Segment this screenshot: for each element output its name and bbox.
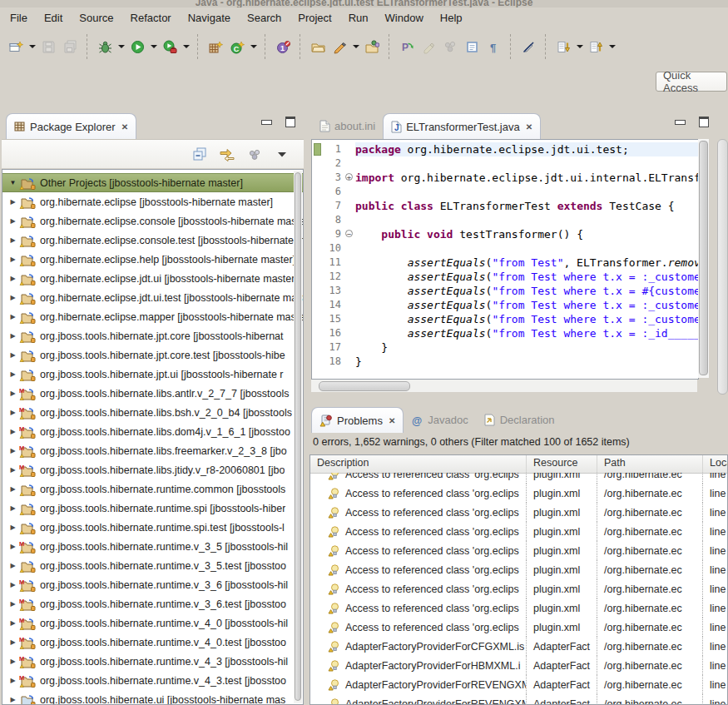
expand-arrow-icon[interactable]: ▶: [8, 370, 17, 378]
problem-row[interactable]: AdapterFactoryProviderForREVENGXMAdapter…: [310, 694, 727, 704]
tree-scrollbar[interactable]: [294, 171, 302, 703]
expand-arrow-icon[interactable]: ▶: [8, 256, 17, 263]
link-with-editor-button[interactable]: [219, 146, 235, 162]
problem-row[interactable]: Access to referenced class 'org.eclipspl…: [310, 473, 727, 484]
view-pulldown-button[interactable]: [274, 146, 290, 162]
code-editor[interactable]: 1package org.hibernate.eclipse.jdt.ui.te…: [311, 139, 699, 380]
code-text[interactable]: }: [355, 355, 698, 369]
expand-arrow-icon[interactable]: ▶: [8, 562, 17, 569]
code-text[interactable]: [355, 213, 698, 227]
minimize-icon[interactable]: [261, 120, 272, 125]
maximize-icon[interactable]: [699, 117, 709, 127]
expand-arrow-icon[interactable]: ▶: [8, 658, 17, 665]
column-path[interactable]: Path: [597, 455, 703, 473]
expand-arrow-icon[interactable]: ▶: [8, 543, 17, 550]
problem-row[interactable]: Access to referenced class 'org.eclipspl…: [310, 560, 727, 579]
outer-scrollbar[interactable]: [717, 139, 728, 395]
expand-arrow-icon[interactable]: ▶: [8, 390, 17, 397]
run-external-tools-button[interactable]: [159, 36, 181, 57]
tree-item[interactable]: ▼Other Projects [jbosstools-hibernate ma…: [2, 173, 303, 192]
tree-item[interactable]: ▶Morg.jboss.tools.hibernate.libs.dom4j.v…: [2, 422, 303, 441]
tree-item[interactable]: ▶Morg.jboss.tools.hibernate.libs.freemar…: [2, 441, 303, 460]
expand-arrow-icon[interactable]: ▶: [8, 409, 17, 416]
expand-arrow-icon[interactable]: ▶: [8, 351, 17, 359]
tree-item[interactable]: ▶org.jboss.tools.hibernate.ui [jbosstool…: [2, 690, 303, 705]
code-text[interactable]: [355, 185, 698, 199]
menu-help[interactable]: Help: [432, 9, 471, 27]
tree-item[interactable]: ▶Morg.jboss.tools.hibernate.libs.bsh.v_2…: [2, 403, 303, 422]
tree-item[interactable]: ▶org.jboss.tools.hibernate.runtime.spi.t…: [2, 518, 303, 537]
tree-item[interactable]: ▶Morg.jboss.tools.hibernate.runtime.v_3_…: [2, 594, 303, 613]
debug-button[interactable]: [94, 36, 116, 57]
collapse-arrow-icon[interactable]: ▼: [8, 179, 17, 186]
expand-arrow-icon[interactable]: ▶: [8, 677, 17, 684]
tab-about-ini[interactable]: about.ini: [312, 113, 383, 139]
run-dropdown-icon[interactable]: [148, 36, 159, 57]
code-text[interactable]: }: [355, 340, 698, 355]
column-description[interactable]: Description: [310, 455, 527, 473]
editor-vertical-scrollbar[interactable]: [698, 139, 709, 378]
pilcrow-button[interactable]: ¶: [483, 36, 504, 57]
expand-arrow-icon[interactable]: ▶: [8, 600, 17, 608]
next-annotation-dropdown-icon[interactable]: [574, 36, 585, 57]
expand-arrow-icon[interactable]: ▶: [8, 198, 17, 206]
tab-package-explorer[interactable]: Package Explorer ✕: [6, 113, 136, 139]
tree-item[interactable]: ▶Morg.jboss.tools.hibernate.libs.antlr.v…: [2, 384, 303, 403]
tree-item[interactable]: ▶org.jboss.tools.hibernate.jpt.core [jbo…: [2, 326, 303, 345]
quick-access-button[interactable]: Quick Access: [656, 72, 727, 92]
tree-item[interactable]: ▶Morg.jboss.tools.hibernate.runtime.v_4_…: [2, 652, 303, 671]
problem-row[interactable]: Access to referenced class 'org.eclipspl…: [310, 579, 727, 598]
tree-item[interactable]: ▶org.hibernate.eclipse.console.test [jbo…: [2, 231, 303, 250]
column-location[interactable]: Location: [703, 455, 727, 473]
expand-arrow-icon[interactable]: ▶: [8, 294, 17, 301]
tab-javadoc[interactable]: @Javadoc: [404, 407, 475, 433]
mark-pen-button[interactable]: [329, 36, 350, 57]
expand-arrow-icon[interactable]: ▶: [8, 619, 17, 627]
tree-item[interactable]: ▶org.jboss.tools.hibernate.jpt.core.test…: [2, 345, 303, 365]
save-all-button[interactable]: [59, 36, 81, 57]
problem-row[interactable]: AdapterFactoryProviderForREVENGXMAdapter…: [310, 675, 727, 694]
tab-eltransformertest-java[interactable]: J ELTransformerTest.java ✕: [383, 113, 541, 139]
menu-source[interactable]: Source: [71, 9, 121, 27]
tree-item[interactable]: ▶org.hibernate.eclipse.console [jbosstoo…: [2, 211, 303, 231]
tree-item[interactable]: ▶org.jboss.tools.hibernate.runtime.spi […: [2, 499, 303, 518]
code-text[interactable]: import org.hibernate.eclipse.jdt.ui.inte…: [355, 171, 698, 185]
maximize-icon[interactable]: [285, 117, 295, 127]
expand-arrow-icon[interactable]: ▶: [8, 428, 17, 435]
code-text[interactable]: [355, 156, 698, 171]
problem-row[interactable]: Access to referenced class 'org.eclipspl…: [310, 598, 727, 618]
collapse-all-button[interactable]: [191, 146, 208, 162]
new-java-class-button[interactable]: C: [226, 36, 248, 57]
problem-row[interactable]: AdapterFactoryProviderForCFGXML.isAdapte…: [310, 637, 727, 656]
team-balls-button[interactable]: [439, 36, 461, 57]
numbered-circle-button[interactable]: 1: [272, 36, 294, 57]
code-text[interactable]: [355, 241, 698, 256]
expand-arrow-icon[interactable]: ▶: [8, 236, 17, 244]
p-refresh-button[interactable]: P: [396, 36, 418, 57]
tree-item[interactable]: ▶org.hibernate.eclipse.jdt.ui.test [jbos…: [2, 288, 303, 307]
code-text[interactable]: public void testTransformer() {: [355, 227, 698, 241]
next-annotation-button[interactable]: [552, 36, 574, 57]
column-resource[interactable]: Resource: [527, 455, 597, 473]
tree-item[interactable]: ▶org.jboss.tools.hibernate.runtime.commo…: [2, 479, 303, 499]
expand-arrow-icon[interactable]: ▶: [8, 524, 17, 531]
code-text[interactable]: assertEquals("from Test where t.x = :_cu…: [355, 298, 698, 312]
expand-arrow-icon[interactable]: ▶: [8, 638, 17, 646]
menu-search[interactable]: Search: [239, 9, 290, 27]
save-button[interactable]: [37, 36, 59, 57]
problem-row[interactable]: Access to referenced class 'org.eclipspl…: [310, 541, 727, 560]
expand-arrow-icon[interactable]: ▶: [8, 447, 17, 454]
problem-row[interactable]: Access to referenced class 'org.eclipspl…: [310, 618, 727, 637]
tree-item[interactable]: ▶org.hibernate.eclipse [jbosstools-hiber…: [2, 192, 303, 211]
tree-item[interactable]: ▶org.hibernate.eclipse.help [jbosstools-…: [2, 250, 303, 269]
code-text[interactable]: public class ELTransformerTest extends T…: [355, 199, 698, 213]
expand-arrow-icon[interactable]: ▶: [8, 485, 17, 493]
menu-file[interactable]: File: [2, 9, 36, 27]
fold-plus-icon[interactable]: +: [345, 173, 353, 181]
tree-item[interactable]: ▶Morg.jboss.tools.hibernate.libs.jtidy.v…: [2, 460, 303, 479]
tree-item[interactable]: ▶org.jboss.tools.hibernate.runtime.v_3_5…: [2, 556, 303, 575]
tree-item[interactable]: ▶Morg.jboss.tools.hibernate.runtime.v_4_…: [2, 613, 303, 633]
problem-row[interactable]: Access to referenced class 'org.eclipspl…: [310, 522, 727, 541]
menu-run[interactable]: Run: [340, 9, 377, 27]
expand-arrow-icon[interactable]: ▶: [8, 332, 17, 340]
